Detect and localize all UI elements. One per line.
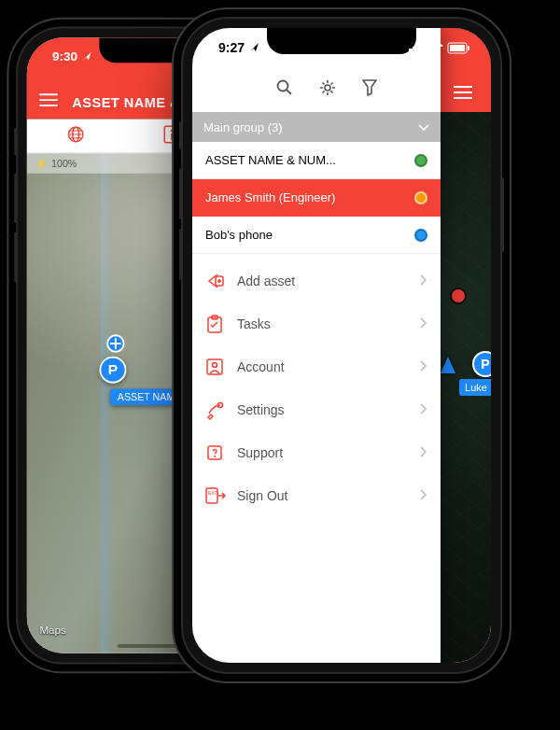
asset-name: James Smith (Engineer) xyxy=(205,190,414,204)
hamburger-icon xyxy=(39,93,57,106)
svg-point-22 xyxy=(325,85,330,91)
menu-item-sign-out[interactable]: EXITSign Out xyxy=(192,474,441,517)
menu-item-support[interactable]: Support xyxy=(192,431,441,474)
chevron-right-icon xyxy=(420,445,427,460)
menu-item-label: Add asset xyxy=(237,274,420,288)
svg-text:EXIT: EXIT xyxy=(208,490,218,496)
settings-icon xyxy=(205,400,237,419)
location-arrow-icon xyxy=(83,52,92,62)
map-parking-pin[interactable]: P xyxy=(472,351,491,377)
hamburger-icon xyxy=(454,86,472,99)
header-title: ASSET NAME & N xyxy=(72,94,194,109)
asset-row[interactable]: Bob's phone xyxy=(192,217,441,254)
signout-icon: EXIT xyxy=(205,487,237,504)
status-right xyxy=(409,43,470,53)
tab-globe[interactable] xyxy=(66,125,84,147)
asset-list: ASSET NAME & NUM...James Smith (Engineer… xyxy=(192,142,441,254)
search-icon xyxy=(276,79,293,96)
svg-point-10 xyxy=(171,129,174,132)
asset-name: Bob's phone xyxy=(205,228,414,242)
info-icon xyxy=(163,125,179,143)
svg-rect-19 xyxy=(468,46,469,50)
filter-button[interactable] xyxy=(362,79,377,100)
svg-rect-20 xyxy=(450,45,465,51)
menu-item-label: Sign Out xyxy=(237,488,420,503)
search-button[interactable] xyxy=(276,79,293,100)
add-icon xyxy=(205,272,237,290)
map-pin-label[interactable]: Luke I xyxy=(459,379,491,396)
battery-icon xyxy=(448,43,470,53)
menu-item-label: Support xyxy=(237,445,420,460)
home-indicator[interactable] xyxy=(286,653,398,657)
status-dot xyxy=(414,229,427,242)
parking-pin[interactable]: P xyxy=(99,357,126,384)
menu-item-add-asset[interactable]: Add asset xyxy=(192,260,441,302)
status-dot xyxy=(414,191,427,204)
filter-icon xyxy=(362,79,377,96)
group-label: Main group (3) xyxy=(203,120,283,134)
globe-icon xyxy=(66,125,84,143)
svg-point-30 xyxy=(214,456,216,457)
asset-row[interactable]: James Smith (Engineer) xyxy=(192,179,441,217)
menu-button[interactable] xyxy=(39,93,57,109)
tasks-icon xyxy=(205,315,237,333)
pin-label[interactable]: ASSET NAM xyxy=(110,389,182,405)
chevron-down-icon xyxy=(418,120,429,134)
svg-rect-11 xyxy=(171,133,173,140)
account-icon xyxy=(205,358,237,376)
support-icon xyxy=(205,443,237,462)
menu-item-settings[interactable]: Settings xyxy=(192,388,441,431)
status-bar: 9:27 xyxy=(192,28,491,67)
settings-gear-button[interactable] xyxy=(319,79,336,100)
gear-icon xyxy=(319,79,336,96)
menu-item-label: Account xyxy=(237,359,420,374)
menu-item-tasks[interactable]: Tasks xyxy=(192,302,441,345)
svg-rect-16 xyxy=(416,45,419,52)
chevron-right-icon xyxy=(420,274,427,288)
side-drawer: Main group (3) ASSET NAME & NUM...James … xyxy=(192,28,441,663)
map-attribution: Maps xyxy=(39,625,65,638)
status-time: 9:30 xyxy=(52,49,92,64)
status-time: 9:27 xyxy=(218,40,259,55)
svg-point-21 xyxy=(278,81,288,91)
tab-info[interactable] xyxy=(163,125,179,147)
menu-item-account[interactable]: Account xyxy=(192,345,441,388)
svg-point-27 xyxy=(213,363,217,368)
map-marker-red[interactable] xyxy=(452,289,465,302)
target-icon xyxy=(106,334,124,352)
drawer-toolbar xyxy=(192,67,441,112)
chevron-right-icon xyxy=(420,488,427,503)
asset-name: ASSET NAME & NUM... xyxy=(205,153,414,167)
chevron-right-icon xyxy=(420,359,427,374)
signal-icon xyxy=(409,43,424,52)
map-arrow-icon xyxy=(441,357,455,373)
asset-row[interactable]: ASSET NAME & NUM... xyxy=(192,142,441,179)
phone-front: P Luke I 9:27 xyxy=(183,19,500,672)
location-arrow-icon xyxy=(250,43,259,52)
menu-button[interactable] xyxy=(454,86,472,103)
info-left: ⚡ 100% xyxy=(35,158,77,170)
status-dot xyxy=(414,154,427,167)
screen-front: P Luke I 9:27 xyxy=(192,28,491,663)
chevron-right-icon xyxy=(420,316,427,331)
svg-rect-17 xyxy=(420,43,423,52)
menu-item-label: Settings xyxy=(237,402,420,417)
menu-item-label: Tasks xyxy=(237,316,420,331)
wifi-icon xyxy=(428,43,443,53)
svg-rect-14 xyxy=(409,49,412,52)
chevron-right-icon xyxy=(420,402,427,417)
menu-list: Add assetTasksAccountSettingsSupportEXIT… xyxy=(192,254,441,517)
group-header[interactable]: Main group (3) xyxy=(192,112,441,142)
svg-rect-15 xyxy=(413,47,415,52)
